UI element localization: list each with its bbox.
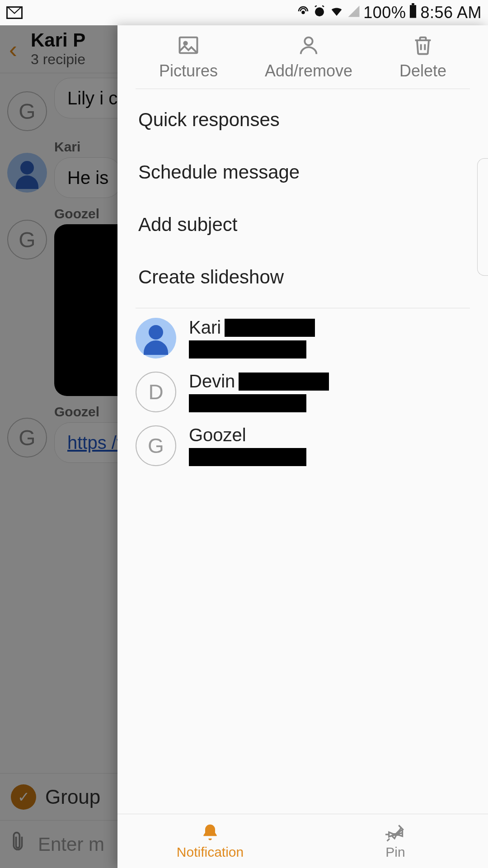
person-icon — [297, 33, 320, 57]
recipient-name: Kari — [189, 317, 221, 338]
pin-label: Pin — [385, 844, 405, 860]
picture-icon — [177, 33, 200, 57]
create-slideshow-item[interactable]: Create slideshow — [136, 251, 470, 303]
trash-icon — [411, 33, 435, 57]
gmail-icon — [6, 6, 23, 19]
delete-button[interactable]: Delete — [399, 33, 446, 80]
panel-bottom-actions: Notification Pin — [117, 814, 488, 868]
recipient-name: Goozel — [189, 425, 246, 445]
redacted — [189, 394, 306, 412]
alarm-icon — [313, 3, 326, 22]
svg-point-5 — [184, 42, 187, 45]
svg-point-6 — [305, 38, 312, 45]
schedule-message-item[interactable]: Schedule message — [136, 146, 470, 198]
recipient-row[interactable]: G Goozel — [136, 425, 470, 466]
avatar: D — [136, 372, 176, 412]
notification-button[interactable]: Notification — [117, 814, 303, 868]
redacted — [189, 448, 306, 466]
overflow-panel: Pictures Add/remove Delete Quick respons… — [117, 25, 488, 868]
add-remove-label: Add/remove — [265, 61, 352, 80]
svg-point-1 — [315, 7, 324, 16]
notification-label: Notification — [177, 844, 244, 860]
wifi-icon — [329, 3, 344, 22]
pictures-label: Pictures — [159, 61, 218, 80]
avatar — [136, 318, 176, 359]
recipients-list: Kari D Devin G Goozel — [117, 308, 488, 814]
status-bar: 100% 8:56 AM — [0, 0, 488, 25]
pictures-button[interactable]: Pictures — [159, 33, 218, 80]
pin-button[interactable]: Pin — [303, 814, 488, 868]
signal-icon — [347, 3, 361, 22]
panel-options-list: Quick responses Schedule message Add sub… — [136, 89, 470, 308]
recipient-row[interactable]: D Devin — [136, 371, 470, 412]
svg-rect-3 — [412, 3, 415, 5]
battery-percent: 100% — [363, 3, 406, 22]
battery-icon — [408, 3, 418, 23]
redacted — [225, 319, 315, 337]
pin-icon — [385, 823, 405, 843]
bell-icon — [200, 823, 220, 843]
avatar: G — [136, 425, 176, 466]
panel-top-actions: Pictures Add/remove Delete — [136, 25, 470, 89]
delete-label: Delete — [399, 61, 446, 80]
add-remove-button[interactable]: Add/remove — [265, 33, 352, 80]
add-subject-item[interactable]: Add subject — [136, 198, 470, 251]
recipient-name: Devin — [189, 371, 235, 392]
svg-rect-2 — [410, 5, 416, 18]
clock-time: 8:56 AM — [420, 3, 482, 22]
recipient-row[interactable]: Kari — [136, 317, 470, 359]
redacted — [239, 373, 329, 391]
svg-point-0 — [302, 11, 305, 14]
scroll-handle[interactable] — [477, 158, 488, 276]
quick-responses-item[interactable]: Quick responses — [136, 94, 470, 146]
redacted — [189, 340, 306, 359]
nfc-icon — [296, 3, 310, 22]
